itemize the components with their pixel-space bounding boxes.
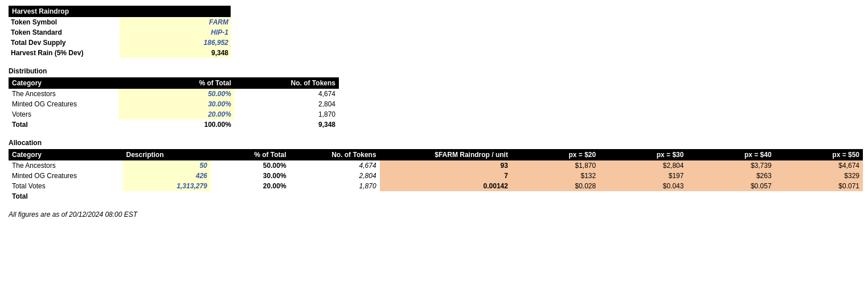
dist-pct-ancestors: 50.00% — [118, 89, 235, 99]
alloc-cat-votes: Total Votes — [9, 181, 123, 191]
alloc-cat-og: Minted OG Creatures — [9, 171, 123, 181]
token-standard-value: HIP-1 — [120, 27, 231, 38]
alloc-empty-og — [290, 171, 301, 181]
alloc-pct-og: 30.00% — [211, 171, 290, 181]
alloc-px50-votes: $0.071 — [775, 181, 863, 191]
allocation-table: Category Description % of Total No. of T… — [9, 149, 863, 201]
alloc-total-empty5 — [380, 191, 511, 201]
alloc-row-og: Minted OG Creatures 426 30.00% 2,804 7 $… — [9, 171, 863, 181]
alloc-tokens-votes: 1,870 — [300, 181, 380, 191]
alloc-col-empty — [290, 149, 301, 160]
alloc-px50-og: $329 — [775, 171, 863, 181]
alloc-farm-og: 7 — [380, 171, 511, 181]
alloc-farm-ancestors: 93 — [380, 160, 511, 171]
footnote: All figures are as of 20/12/2024 08:00 E… — [9, 211, 859, 218]
alloc-total-empty2 — [211, 191, 290, 201]
alloc-total-empty8 — [687, 191, 775, 201]
alloc-px40-ancestors: $3,739 — [687, 160, 775, 171]
dist-pct-og: 30.00% — [118, 99, 235, 109]
dist-cat-ancestors: The Ancestors — [9, 89, 118, 99]
dist-total-tokens: 9,348 — [235, 119, 339, 130]
dist-tokens-ancestors: 4,674 — [235, 89, 339, 99]
alloc-px20-votes: $0.028 — [511, 181, 599, 191]
alloc-desc-og: 426 — [123, 171, 211, 181]
dist-cat-og: Minted OG Creatures — [9, 99, 118, 109]
distribution-table: Category % of Total No. of Tokens The An… — [9, 77, 339, 130]
alloc-pct-ancestors: 50.00% — [211, 160, 290, 171]
alloc-px20-og: $132 — [511, 171, 599, 181]
alloc-cat-ancestors: The Ancestors — [9, 160, 123, 171]
alloc-px30-votes: $0.043 — [599, 181, 687, 191]
alloc-total-empty3 — [290, 191, 301, 201]
alloc-col-px30: px = $30 — [599, 149, 687, 160]
alloc-total-empty4 — [300, 191, 380, 201]
alloc-col-farm: $FARM Raindrop / unit — [380, 149, 511, 160]
alloc-tokens-ancestors: 4,674 — [300, 160, 380, 171]
dist-total-row: Total 100.00% 9,348 — [9, 119, 339, 130]
alloc-px40-votes: $0.057 — [687, 181, 775, 191]
alloc-total-empty6 — [511, 191, 599, 201]
alloc-px30-og: $197 — [599, 171, 687, 181]
dist-tokens-voters: 1,870 — [235, 109, 339, 119]
alloc-farm-votes: 0.00142 — [380, 181, 511, 191]
alloc-total-empty9 — [775, 191, 863, 201]
dist-tokens-og: 2,804 — [235, 99, 339, 109]
token-standard-label: Token Standard — [9, 27, 120, 38]
alloc-row-votes: Total Votes 1,313,279 20.00% 1,870 0.001… — [9, 181, 863, 191]
dist-row-ancestors: The Ancestors 50.00% 4,674 — [9, 89, 339, 99]
alloc-col-px20: px = $20 — [511, 149, 599, 160]
alloc-total-empty7 — [599, 191, 687, 201]
token-symbol-value: FARM — [120, 17, 231, 27]
dist-total-label: Total — [9, 119, 118, 130]
alloc-col-px50: px = $50 — [775, 149, 863, 160]
alloc-desc-ancestors: 50 — [123, 160, 211, 171]
dist-row-voters: Voters 20.00% 1,870 — [9, 109, 339, 119]
info-table-header: Harvest Raindrop — [9, 6, 231, 17]
alloc-px30-ancestors: $2,804 — [599, 160, 687, 171]
alloc-col-tokens: No. of Tokens — [300, 149, 380, 160]
dist-col-tokens: No. of Tokens — [235, 77, 339, 89]
alloc-col-pct: % of Total — [211, 149, 290, 160]
alloc-px50-ancestors: $4,674 — [775, 160, 863, 171]
token-symbol-label: Token Symbol — [9, 17, 120, 27]
alloc-px20-ancestors: $1,870 — [511, 160, 599, 171]
alloc-desc-votes: 1,313,279 — [123, 181, 211, 191]
alloc-row-ancestors: The Ancestors 50 50.00% 4,674 93 $1,870 … — [9, 160, 863, 171]
alloc-tokens-og: 2,804 — [300, 171, 380, 181]
dist-row-og: Minted OG Creatures 30.00% 2,804 — [9, 99, 339, 109]
alloc-empty-ancestors — [290, 160, 301, 171]
harvest-rain-value: 9,348 — [120, 48, 231, 58]
harvest-rain-label: Harvest Rain (5% Dev) — [9, 48, 120, 58]
alloc-empty-votes — [290, 181, 301, 191]
info-table: Harvest Raindrop Token Symbol FARM Token… — [9, 6, 231, 58]
dist-total-pct: 100.00% — [118, 119, 235, 130]
alloc-total-label: Total — [9, 191, 123, 201]
dist-pct-voters: 20.00% — [118, 109, 235, 119]
distribution-title: Distribution — [9, 67, 859, 75]
alloc-total-row: Total — [9, 191, 863, 201]
dist-cat-voters: Voters — [9, 109, 118, 119]
alloc-pct-votes: 20.00% — [211, 181, 290, 191]
total-dev-supply-label: Total Dev Supply — [9, 38, 120, 48]
alloc-px40-og: $263 — [687, 171, 775, 181]
alloc-total-empty1 — [123, 191, 211, 201]
dist-col-category: Category — [9, 77, 118, 89]
alloc-col-category: Category — [9, 149, 123, 160]
dist-col-pct: % of Total — [118, 77, 235, 89]
allocation-title: Allocation — [9, 139, 859, 147]
alloc-col-px40: px = $40 — [687, 149, 775, 160]
total-dev-supply-value: 186,952 — [120, 38, 231, 48]
alloc-col-description: Description — [123, 149, 211, 160]
